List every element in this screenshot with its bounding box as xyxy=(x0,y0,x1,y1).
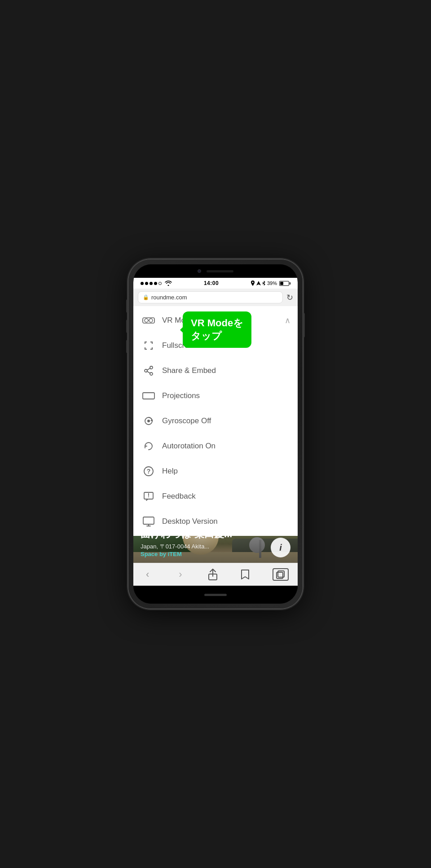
share-icon xyxy=(142,364,155,377)
front-camera xyxy=(198,269,201,273)
chevron-up-icon: ∧ xyxy=(285,316,290,325)
svg-rect-5 xyxy=(154,319,155,322)
bluetooth-icon xyxy=(262,281,266,286)
menu-item-share-embed[interactable]: Share & Embed xyxy=(133,358,298,383)
url-text[interactable]: roundme.com xyxy=(151,294,187,301)
gyroscope-label: Gyroscope Off xyxy=(162,416,211,425)
signal-dot-5 xyxy=(158,282,162,285)
panorama-author-name: iTEM xyxy=(168,551,182,557)
phone-top-bar xyxy=(133,264,298,278)
tooltip-line2: タップ xyxy=(191,330,243,343)
share-embed-label: Share & Embed xyxy=(162,366,216,375)
signal-dot-2 xyxy=(145,282,148,285)
wifi-icon xyxy=(165,281,172,286)
main-content: VR Mode ∧ VR Modeを タップ Fullscre xyxy=(133,306,298,563)
vr-tooltip: VR Modeを タップ xyxy=(183,311,251,348)
status-right-icons: 39% xyxy=(251,281,290,286)
svg-rect-11 xyxy=(143,393,154,399)
panorama-view[interactable]: 曲げわっぱ 柴田慶... Japan, 〒017-0044 Akita... S… xyxy=(133,536,298,563)
desktop-version-label: Desktop Version xyxy=(162,517,218,526)
browser-tabs-button[interactable] xyxy=(273,568,289,581)
status-bar: 14:00 39% xyxy=(133,278,298,289)
lock-icon: 🔒 xyxy=(143,294,149,300)
home-indicator[interactable] xyxy=(204,594,227,596)
fullscreen-icon xyxy=(142,339,155,352)
help-icon: ? xyxy=(142,465,155,478)
svg-marker-14 xyxy=(150,419,153,421)
browser-url-bar[interactable]: 🔒 roundme.com ↻ xyxy=(133,289,298,306)
svg-line-10 xyxy=(147,371,150,373)
info-button[interactable]: i xyxy=(271,538,290,557)
panorama-author: Space by iTEM xyxy=(141,551,290,557)
status-time: 14:00 xyxy=(204,280,219,286)
browser-bottom-bar: ‹ › xyxy=(133,563,298,586)
help-label: Help xyxy=(162,467,178,476)
menu-item-desktop-version[interactable]: Desktop Version xyxy=(133,509,298,534)
svg-point-3 xyxy=(149,319,153,322)
svg-text:!: ! xyxy=(148,492,150,499)
panorama-title: 曲げわっぱ 柴田慶... xyxy=(141,536,290,541)
projections-label: Projections xyxy=(162,391,200,400)
svg-point-7 xyxy=(145,369,147,372)
svg-text:?: ? xyxy=(147,468,151,475)
feedback-icon: ! xyxy=(142,490,155,503)
browser-share-button[interactable] xyxy=(208,569,218,580)
autorotation-icon xyxy=(142,440,155,452)
svg-line-9 xyxy=(147,368,150,370)
refresh-button[interactable]: ↻ xyxy=(286,293,293,302)
signal-dot-3 xyxy=(150,282,153,285)
url-input-area[interactable]: 🔒 roundme.com xyxy=(138,291,283,303)
projections-icon xyxy=(142,390,155,402)
menu-item-help[interactable]: ? Help xyxy=(133,459,298,484)
browser-bookmark-button[interactable] xyxy=(240,569,250,580)
svg-point-6 xyxy=(150,366,153,369)
vr-icon xyxy=(142,314,155,327)
svg-point-13 xyxy=(147,420,150,422)
svg-point-0 xyxy=(252,282,253,283)
svg-point-2 xyxy=(145,319,148,322)
autorotation-label: Autorotation On xyxy=(162,442,216,451)
feedback-label: Feedback xyxy=(162,492,196,501)
svg-point-8 xyxy=(150,373,153,375)
earpiece-speaker xyxy=(207,270,233,272)
menu-item-feedback[interactable]: ! Feedback xyxy=(133,484,298,509)
desktop-icon xyxy=(142,515,155,528)
browser-back-button[interactable]: ‹ xyxy=(142,567,153,582)
menu-list: VR Mode ∧ VR Modeを タップ Fullscre xyxy=(133,306,298,536)
phone-device: 14:00 39% xyxy=(128,259,303,609)
tooltip-line1: VR Modeを xyxy=(191,317,243,330)
menu-item-vr-mode[interactable]: VR Mode ∧ VR Modeを タップ xyxy=(133,308,298,333)
battery-percent: 39% xyxy=(267,281,277,286)
browser-forward-button[interactable]: › xyxy=(175,567,185,582)
svg-rect-19 xyxy=(143,517,154,524)
battery-icon xyxy=(279,281,290,286)
signal-dot-4 xyxy=(154,282,157,285)
phone-screen: 14:00 39% xyxy=(133,264,298,604)
menu-item-projections[interactable]: Projections xyxy=(133,383,298,408)
svg-rect-4 xyxy=(142,319,143,322)
menu-item-gyroscope[interactable]: Gyroscope Off xyxy=(133,408,298,434)
menu-item-autorotation[interactable]: Autorotation On xyxy=(133,434,298,459)
signal-area xyxy=(141,281,172,286)
signal-dot-1 xyxy=(141,282,144,285)
phone-bottom-bar xyxy=(133,586,298,604)
gps-arrow-icon xyxy=(256,281,261,286)
location-icon xyxy=(251,281,255,286)
gyroscope-icon xyxy=(142,415,155,427)
panorama-location: Japan, 〒017-0044 Akita... xyxy=(141,543,290,551)
